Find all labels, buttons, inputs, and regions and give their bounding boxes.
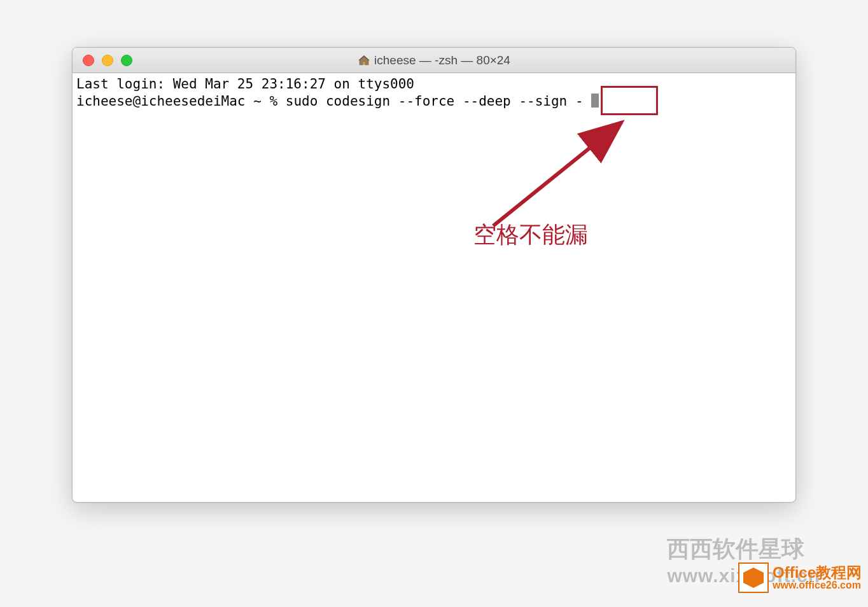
svg-rect-0 [363, 62, 365, 65]
home-icon [358, 54, 370, 67]
window-titlebar[interactable]: icheese — -zsh — 80×24 [73, 48, 795, 73]
window-title: icheese — -zsh — 80×24 [374, 53, 510, 67]
terminal-line-lastlogin: Last login: Wed Mar 25 23:16:27 on ttys0… [76, 76, 414, 92]
close-button[interactable] [83, 55, 94, 66]
annotation-label: 空格不能漏 [473, 220, 588, 251]
terminal-window: icheese — -zsh — 80×24 Last login: Wed M… [72, 47, 796, 503]
terminal-cursor [591, 94, 599, 108]
watermark-office26: Office教程网 www.office26.com [738, 562, 862, 593]
watermark-xixisoft: 西西软件星球 www.xixisoft.cn [667, 534, 820, 587]
terminal-prompt: icheese@icheesedeiMac ~ % [76, 94, 286, 109]
minimize-button[interactable] [102, 55, 113, 66]
traffic-lights [83, 55, 132, 66]
watermark-xixisoft-line1: 西西软件星球 [667, 534, 820, 565]
window-title-wrap: icheese — -zsh — 80×24 [73, 53, 795, 67]
office-logo-icon [738, 562, 769, 593]
terminal-body[interactable]: Last login: Wed Mar 25 23:16:27 on ttys0… [73, 73, 795, 113]
watermark-xixisoft-line2: www.xixisoft.cn [667, 565, 820, 587]
watermark-office26-text: Office教程网 www.office26.com [773, 564, 862, 591]
watermark-office26-line2: www.office26.com [773, 580, 862, 591]
maximize-button[interactable] [121, 55, 132, 66]
terminal-command: sudo codesign --force --deep --sign - [286, 94, 591, 109]
watermark-office26-line1: Office教程网 [773, 564, 862, 580]
